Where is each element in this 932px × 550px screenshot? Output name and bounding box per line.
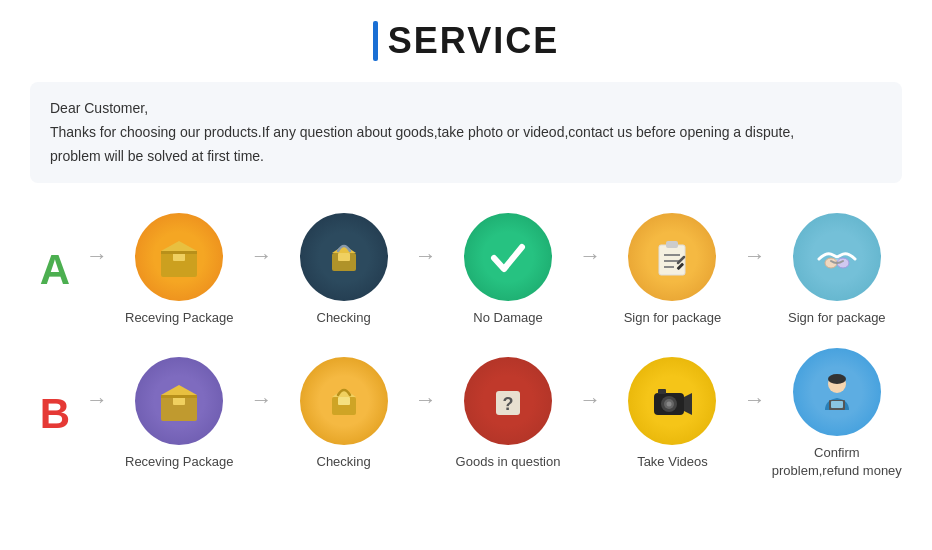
icon-b-checking <box>300 357 388 445</box>
item-label-b-confirm: Confirm problem,refund money <box>772 444 902 480</box>
flow-item-a-sign1: Sign for package <box>607 213 737 327</box>
svg-marker-1 <box>161 241 197 251</box>
flow-row-a: A → Receving Package → <box>30 213 902 327</box>
svg-marker-17 <box>161 385 197 395</box>
camera-icon <box>646 375 698 427</box>
flow-item-b-question: ? Goods in question <box>443 357 573 471</box>
svg-point-32 <box>828 374 846 384</box>
arrow-a-4: → <box>738 243 772 269</box>
arrow-b-3: → <box>573 387 607 413</box>
checking-icon <box>318 231 370 283</box>
icon-b-video <box>628 357 716 445</box>
svg-rect-6 <box>338 253 350 261</box>
arrow-a-3: → <box>573 243 607 269</box>
flow-item-a-receiving: Receving Package <box>114 213 244 327</box>
b-package-icon <box>153 375 205 427</box>
arrow-b-2: → <box>409 387 443 413</box>
flow-section: A → Receving Package → <box>30 213 902 480</box>
arrow-a-0: → <box>80 243 114 269</box>
row-a-label: A <box>30 246 80 294</box>
icon-a-checking <box>300 213 388 301</box>
title-text: SERVICE <box>388 20 559 62</box>
checkmark-icon <box>482 231 534 283</box>
flow-item-b-confirm: Confirm problem,refund money <box>772 348 902 480</box>
svg-rect-29 <box>658 389 666 394</box>
arrow-b-4: → <box>738 387 772 413</box>
notice-box: Dear Customer, Thanks for choosing our p… <box>30 82 902 183</box>
notice-line3: problem will be solved at first time. <box>50 145 882 169</box>
notice-line1: Dear Customer, <box>50 97 882 121</box>
flow-item-b-video: Take Videos <box>607 357 737 471</box>
row-b-label: B <box>30 390 80 438</box>
arrow-b-0: → <box>80 387 114 413</box>
item-label-b-video: Take Videos <box>637 453 708 471</box>
notice-line2: Thanks for choosing our products.If any … <box>50 121 882 145</box>
flow-item-a-nodamage: No Damage <box>443 213 573 327</box>
handshake-icon <box>811 231 863 283</box>
arrow-a-1: → <box>244 243 278 269</box>
svg-rect-8 <box>666 241 678 248</box>
item-label-a-receiving: Receving Package <box>125 309 233 327</box>
item-label-a-sign2: Sign for package <box>788 309 886 327</box>
item-label-b-question: Goods in question <box>456 453 561 471</box>
page-title: SERVICE <box>373 20 559 62</box>
flow-row-b: B → Receving Package → <box>30 348 902 480</box>
icon-a-sign2 <box>793 213 881 301</box>
clipboard-icon <box>646 231 698 283</box>
icon-b-question: ? <box>464 357 552 445</box>
item-label-b-receiving: Receving Package <box>125 453 233 471</box>
item-label-a-nodamage: No Damage <box>473 309 542 327</box>
b-checking-icon <box>318 375 370 427</box>
item-label-a-sign1: Sign for package <box>624 309 722 327</box>
icon-b-confirm <box>793 348 881 436</box>
svg-marker-30 <box>684 393 692 415</box>
person-icon <box>811 366 863 418</box>
svg-rect-19 <box>161 395 197 398</box>
question-icon: ? <box>482 375 534 427</box>
icon-a-sign1 <box>628 213 716 301</box>
item-label-b-checking: Checking <box>317 453 371 471</box>
title-bar <box>373 21 378 61</box>
flow-item-b-checking: Checking <box>278 357 408 471</box>
icon-b-package <box>135 357 223 445</box>
flow-item-a-checking: Checking <box>278 213 408 327</box>
icon-a-package <box>135 213 223 301</box>
svg-point-28 <box>667 401 672 406</box>
svg-rect-22 <box>338 397 350 405</box>
svg-rect-3 <box>161 251 197 254</box>
arrow-a-2: → <box>409 243 443 269</box>
svg-rect-34 <box>831 401 843 408</box>
package-icon <box>153 231 205 283</box>
arrow-b-1: → <box>244 387 278 413</box>
icon-a-nodamage <box>464 213 552 301</box>
flow-item-a-sign2: Sign for package <box>772 213 902 327</box>
svg-text:?: ? <box>503 394 514 414</box>
flow-item-b-receiving: Receving Package <box>114 357 244 471</box>
item-label-a-checking: Checking <box>317 309 371 327</box>
